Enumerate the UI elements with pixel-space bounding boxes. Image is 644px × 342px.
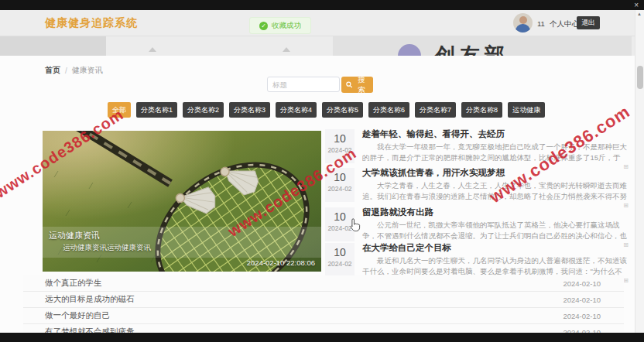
breadcrumb-separator: / xyxy=(65,67,67,75)
news-date-badge: 10 2024-02 xyxy=(325,129,355,163)
list-item-date: 2024-02-10 xyxy=(563,312,601,320)
news-item[interactable]: 10 2024-02 留退路就没有出路 公元前一世纪，凯撒大帝率领他的军队抵达了… xyxy=(325,207,629,241)
news-day: 10 xyxy=(325,133,355,145)
search-button-label: 搜索 xyxy=(355,75,368,95)
news-title[interactable]: 在大学给自己定个目标 xyxy=(362,243,629,253)
caret-up-icon xyxy=(283,47,290,52)
news-date-badge: 10 2024-02 xyxy=(325,168,355,202)
window-bottombar xyxy=(0,333,644,342)
breadcrumb: 首页 / 健康资讯 xyxy=(45,65,103,76)
site-title: 健康健身追踪系统 xyxy=(45,16,138,30)
news-month: 2024-02 xyxy=(325,185,355,193)
avatar-body xyxy=(516,24,530,32)
news-list: 10 2024-02 趁着年轻、输得起、看得开、去经历 我在大学一年级那一年，竟… xyxy=(325,129,629,276)
news-month: 2024-02 xyxy=(325,224,355,232)
list-item-title[interactable]: 做个真正的学生 xyxy=(45,278,563,289)
list-item-date: 2024-02-10 xyxy=(563,296,601,304)
toast-message: 收藏成功 xyxy=(272,21,301,31)
scrollbar-thumb[interactable] xyxy=(637,66,643,89)
caret-up-icon xyxy=(149,47,156,52)
news-date-badge: 10 2024-02 xyxy=(325,207,355,241)
carousel-title[interactable]: 运动健康资讯 xyxy=(49,230,100,241)
news-body: 趁着年轻、输得起、看得开、去经历 我在大学一年级那一年，竟无聊至极地把自己吃成了… xyxy=(362,129,629,163)
search-button[interactable]: 搜索 xyxy=(341,77,373,93)
news-carousel-image[interactable]: 运动健康资讯 运动健康资讯运动健康资讯 2024-02-10 22:08:06 xyxy=(43,131,321,272)
news-day: 10 xyxy=(325,211,355,223)
search-icon xyxy=(346,81,352,88)
close-icon[interactable]: × xyxy=(634,0,639,10)
news-preview: 我在大学一年级那一年，竟无聊至极地把自己吃成了一个胖子，不是那种巨大的胖子，而是… xyxy=(362,142,629,162)
article-link-list: 做个真正的学生 2024-02-10 远大的目标是成功的磁石 2024-02-1… xyxy=(23,275,624,340)
news-month: 2024-02 xyxy=(325,260,355,268)
search-input[interactable] xyxy=(267,77,340,92)
filter-category-3[interactable]: 分类名称3 xyxy=(229,102,270,118)
list-item[interactable]: 做一个最好的自己 2024-02-10 xyxy=(23,308,624,324)
filter-category-4[interactable]: 分类名称4 xyxy=(276,102,317,118)
list-item-title[interactable]: 做一个最好的自己 xyxy=(45,310,563,321)
news-day: 10 xyxy=(325,172,355,183)
news-item[interactable]: 10 2024-02 趁着年轻、输得起、看得开、去经历 我在大学一年级那一年，竟… xyxy=(325,129,629,163)
news-body: 在大学给自己定个目标 最近和几名大一的学生聊天，几名同学认为身边的人普遍都很迷茫… xyxy=(362,243,629,277)
filter-category-7[interactable]: 分类名称7 xyxy=(415,102,456,118)
news-preview: 公元前一世纪，凯撒大帝率领他的军队抵达了英格兰，他决心要打赢这场战争，不管遇到什… xyxy=(362,220,629,241)
personal-center-link[interactable]: 个人中心 xyxy=(550,19,579,29)
news-date-badge: 10 2024-02 xyxy=(325,243,355,277)
filter-category-1[interactable]: 分类名称1 xyxy=(136,102,177,118)
vertical-scrollbar[interactable]: ▲ xyxy=(635,10,644,333)
news-title[interactable]: 大学就该抓住青春，用汗水实现梦想 xyxy=(362,168,629,178)
filter-category-8[interactable]: 分类名称8 xyxy=(461,102,502,118)
window-titlebar: × xyxy=(0,0,644,10)
filter-category-6[interactable]: 分类名称6 xyxy=(368,102,409,118)
carousel-subtitle: 运动健康资讯运动健康资讯 xyxy=(63,243,151,253)
news-item[interactable]: 10 2024-02 大学就该抓住青春，用汗水实现梦想 大学之青春，人生之春，人… xyxy=(325,168,629,202)
item-corner-icon: ⊞ xyxy=(623,277,629,284)
news-preview: 大学之青春，人生之春，人生之王，人生之华也，宝贵的时光转瞬即逝去而难追。我们幻在… xyxy=(362,180,629,201)
avatar[interactable] xyxy=(513,13,533,32)
list-item[interactable]: 做个真正的学生 2024-02-10 xyxy=(23,275,624,292)
news-preview: 最近和几名大一的学生聊天，几名同学认为身边的人普遍都很迷茫，不知道该干什么，业余… xyxy=(362,255,629,276)
category-filter-bar: 全部 分类名称1 分类名称2 分类名称3 分类名称4 分类名称5 分类名称6 分… xyxy=(108,102,545,118)
news-title[interactable]: 趁着年轻、输得起、看得开、去经历 xyxy=(362,129,629,139)
username: 11 xyxy=(537,19,545,28)
logout-button[interactable]: 退出 xyxy=(577,16,600,29)
avatar-head xyxy=(519,16,527,24)
news-day: 10 xyxy=(325,247,355,258)
news-title[interactable]: 留退路就没有出路 xyxy=(362,207,629,217)
news-item[interactable]: 10 2024-02 在大学给自己定个目标 最近和几名大一的学生聊天，几名同学认… xyxy=(325,243,629,277)
filter-all[interactable]: 全部 xyxy=(108,102,131,118)
hero-big-text: 创友部 xyxy=(435,42,509,56)
app-window: × 健康健身追踪系统 ✓ 收藏成功 11 个人中心 退出 创友部 首页 / 健康… xyxy=(0,0,644,342)
filter-category-2[interactable]: 分类名称2 xyxy=(183,102,224,118)
filter-category-5[interactable]: 分类名称5 xyxy=(322,102,363,118)
list-item-title[interactable]: 远大的目标是成功的磁石 xyxy=(45,294,563,305)
list-item[interactable]: 远大的目标是成功的磁石 2024-02-10 xyxy=(23,292,624,308)
hero-block-left xyxy=(0,36,106,56)
check-circle-icon: ✓ xyxy=(259,22,268,30)
success-toast: ✓ 收藏成功 xyxy=(249,17,311,34)
carousel-timestamp: 2024-02-10 22:08:06 xyxy=(247,258,315,267)
breadcrumb-home[interactable]: 首页 xyxy=(45,65,60,76)
breadcrumb-current: 健康资讯 xyxy=(72,65,103,76)
hero-band: 创友部 xyxy=(0,36,644,56)
news-body: 大学就该抓住青春，用汗水实现梦想 大学之青春，人生之春，人生之王，人生之华也，宝… xyxy=(362,168,629,202)
filter-sport-health[interactable]: 运动健康 xyxy=(508,102,545,118)
scroll-up-icon[interactable]: ▲ xyxy=(637,12,642,16)
news-body: 留退路就没有出路 公元前一世纪，凯撒大帝率领他的军队抵达了英格兰，他决心要打赢这… xyxy=(362,207,629,241)
main-content: 首页 / 健康资讯 搜索 全部 分类名称1 分类名称2 分类名称3 分类名称4 … xyxy=(0,56,635,333)
list-item-date: 2024-02-10 xyxy=(563,279,601,288)
app-header: 健康健身追踪系统 ✓ 收藏成功 11 个人中心 退出 xyxy=(0,10,644,36)
news-month: 2024-02 xyxy=(325,146,355,154)
